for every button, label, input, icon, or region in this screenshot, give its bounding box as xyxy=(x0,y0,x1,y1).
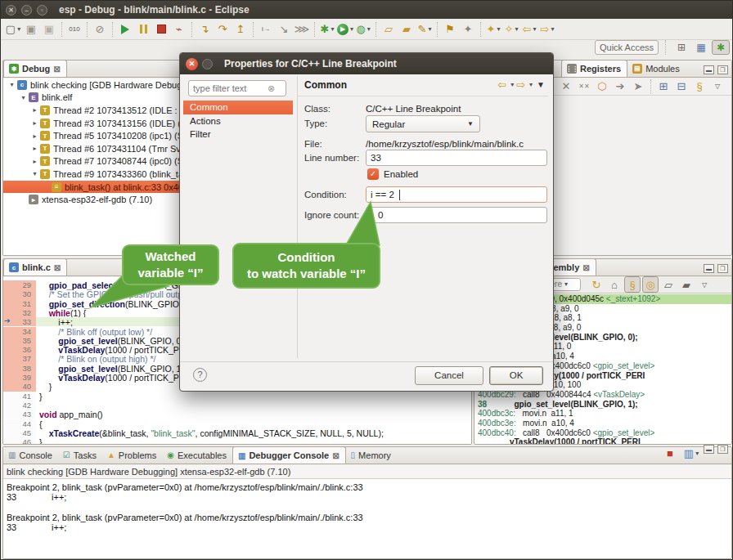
code-line[interactable] xyxy=(39,401,471,410)
breakpoint-icon[interactable]: ➔ xyxy=(4,316,11,325)
code-line[interactable]: } xyxy=(39,392,471,401)
cdt-perspective-icon[interactable]: ▦ xyxy=(692,40,710,55)
goto-file-icon[interactable]: ➔ xyxy=(612,78,628,95)
skip-breakpoints-icon[interactable]: ⊘ xyxy=(92,21,108,38)
line-number[interactable]: 43 xyxy=(3,410,36,419)
disconnect-icon[interactable]: ⌁ xyxy=(171,21,187,38)
code-line[interactable]: xTaskCreate(&blink_task, "blink_task", c… xyxy=(39,428,471,437)
chevron-down-icon[interactable]: ▾ xyxy=(564,279,568,290)
help-icon[interactable]: ? xyxy=(193,368,207,382)
view-menu-icon[interactable]: ▼ xyxy=(537,80,545,89)
debug-icon[interactable]: ✱▾ xyxy=(319,21,335,38)
maximize-icon[interactable]: ❒ xyxy=(717,445,728,454)
code-line[interactable]: void app_main() xyxy=(39,410,471,419)
line-number[interactable]: 38 xyxy=(3,364,36,373)
minimize-icon[interactable]: ▬ xyxy=(704,445,714,454)
external-tools-icon[interactable]: ◍▾ xyxy=(355,21,371,38)
line-number[interactable]: 35 xyxy=(3,336,36,345)
step-over-icon[interactable]: ↷ xyxy=(214,21,231,38)
line-number-input[interactable] xyxy=(366,150,547,166)
annotate-icon[interactable]: ✎▾ xyxy=(416,21,433,38)
line-number[interactable]: 39 xyxy=(3,373,36,382)
expander-icon[interactable]: ▾ xyxy=(8,81,16,88)
suspend-icon[interactable] xyxy=(135,21,151,38)
expander-icon[interactable]: ▸ xyxy=(31,119,38,127)
line-number[interactable]: 29 xyxy=(3,280,36,289)
minimize-icon[interactable]: ▬ xyxy=(704,264,714,273)
chevron-down-icon[interactable]: ▾ xyxy=(695,450,699,457)
maximize-icon[interactable]: ❒ xyxy=(717,65,728,74)
expander-icon[interactable]: ▸ xyxy=(31,132,38,140)
line-number[interactable]: 45 xyxy=(3,428,36,437)
terminate-icon[interactable] xyxy=(153,21,169,38)
remove-selected-icon[interactable]: ✕ xyxy=(558,78,574,95)
line-number[interactable]: 37 xyxy=(3,354,36,363)
drop-to-frame-icon[interactable]: ↘ xyxy=(276,21,292,38)
open-perspective-icon[interactable]: ⊞ xyxy=(672,40,690,55)
tab-problems[interactable]: ▲Problems xyxy=(102,446,162,464)
disassembly-line[interactable]: 400dbc3e: movi.n a10, 4 xyxy=(474,419,731,428)
step-return-icon[interactable]: ↥ xyxy=(232,21,249,38)
line-number[interactable]: 42 xyxy=(3,401,36,410)
chevron-down-icon[interactable]: ▾ xyxy=(350,25,353,33)
expand-all-icon[interactable]: ⊞ xyxy=(655,78,672,95)
forward-icon[interactable]: ⇨ xyxy=(516,78,525,91)
remove-all-icon[interactable]: ✕✕ xyxy=(576,78,592,95)
minimize-icon[interactable]: ▬ xyxy=(704,65,714,74)
chevron-down-icon[interactable]: ▾ xyxy=(428,25,431,33)
new-wizard-icon[interactable]: ▢▾ xyxy=(5,21,21,38)
pin-view-icon[interactable]: ▰ xyxy=(678,276,695,293)
use-step-filters-icon[interactable]: ⋙ xyxy=(294,21,310,38)
home-icon[interactable]: ⌂ xyxy=(606,276,623,293)
line-number[interactable]: 30 xyxy=(3,289,36,298)
show-target-icon[interactable]: ⬡ xyxy=(594,78,610,95)
closed-folder-icon[interactable]: ▰ xyxy=(398,21,415,38)
binary-file-icon[interactable]: 010 xyxy=(66,21,83,38)
tab-memory[interactable]: ▯Memory xyxy=(346,446,397,464)
expander-icon[interactable]: ▾ xyxy=(31,170,38,177)
disassembly-line[interactable]: 38 gpio_set_level(BLINK_GPIO, 1); xyxy=(474,400,731,410)
line-number[interactable]: 34 xyxy=(3,327,36,336)
expander-icon[interactable]: ▸ xyxy=(31,145,38,152)
disassembly-line[interactable]: 400dbc3c: movi.n a11, 1 xyxy=(474,409,731,419)
chevron-down-icon[interactable]: ▾ xyxy=(533,25,536,33)
save-icon[interactable]: ▣ xyxy=(23,21,39,38)
show-source-icon[interactable]: ◎ xyxy=(642,276,659,293)
chevron-down-icon[interactable]: ▾ xyxy=(497,25,500,33)
refresh-icon[interactable]: ↻ xyxy=(588,276,605,293)
back-icon[interactable]: ⇦▾ xyxy=(521,21,537,38)
ignore-count-input[interactable] xyxy=(366,207,547,223)
back-icon[interactable]: ⇦ xyxy=(497,78,506,91)
close-icon[interactable]: ⊠ xyxy=(54,263,61,272)
link-debug-icon[interactable]: § xyxy=(691,78,708,95)
run-icon[interactable]: ▶▾ xyxy=(337,21,353,38)
line-number[interactable]: 31 xyxy=(3,299,36,308)
cancel-button[interactable]: Cancel xyxy=(415,366,483,385)
select-icon[interactable]: ➤ xyxy=(630,78,646,95)
bulb-icon[interactable]: ✦▾ xyxy=(485,21,501,38)
console-output[interactable]: Breakpoint 2, blink_task (pvParameter=0x… xyxy=(3,479,731,558)
chevron-down-icon[interactable]: ▾ xyxy=(17,25,20,33)
resume-icon[interactable] xyxy=(117,21,133,38)
filter-input[interactable] xyxy=(189,83,268,93)
terminate-console-icon[interactable]: ■ xyxy=(662,445,678,461)
tab-executables[interactable]: ◉Executables xyxy=(162,446,232,464)
condition-input[interactable] xyxy=(366,186,547,203)
code-line[interactable]: { xyxy=(39,419,471,428)
view-menu-icon[interactable]: ▽ xyxy=(696,276,713,293)
link-active-context-icon[interactable]: § xyxy=(624,276,641,293)
collapse-all-icon[interactable]: ⊟ xyxy=(673,78,690,95)
dialog-nav-item-common[interactable]: Common xyxy=(183,101,293,114)
step-into-icon[interactable]: ↴ xyxy=(196,21,213,38)
ok-button[interactable]: OK xyxy=(489,366,543,385)
expander-icon[interactable]: ▸ xyxy=(31,158,38,165)
tab-console[interactable]: ▥Console xyxy=(3,446,58,464)
bulb-alt-icon[interactable]: ✧▾ xyxy=(503,21,519,38)
dialog-minimize-icon[interactable] xyxy=(202,59,213,69)
line-number[interactable]: 46 xyxy=(3,437,36,444)
open-new-view-icon[interactable]: ▱ xyxy=(660,276,677,293)
window-minimize-icon[interactable]: – xyxy=(21,5,32,16)
chevron-down-icon[interactable]: ▾ xyxy=(331,25,334,33)
chevron-down-icon[interactable]: ▾ xyxy=(551,25,554,33)
line-number[interactable]: 44 xyxy=(3,419,36,428)
